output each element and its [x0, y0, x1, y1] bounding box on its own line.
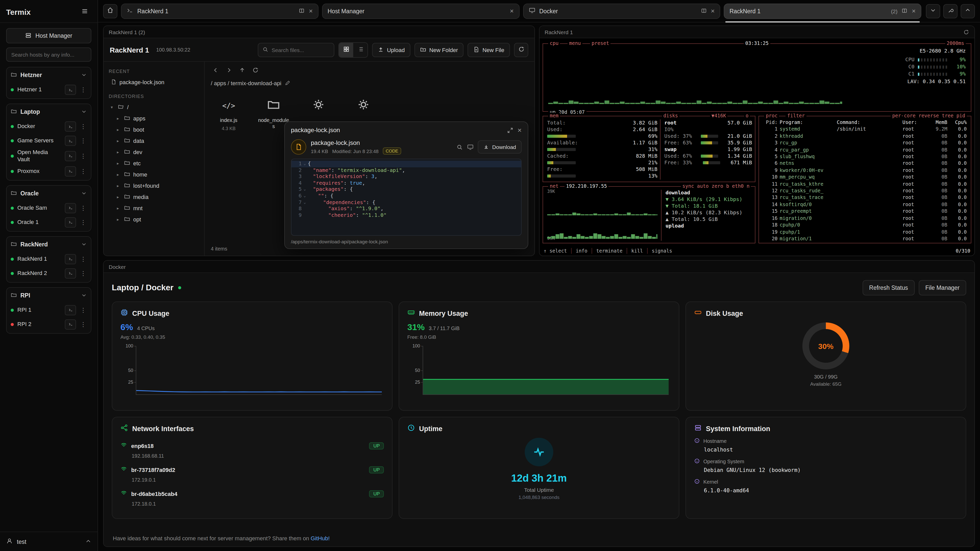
tab-racknerd-1-0[interactable]: RackNerd 1 × — [121, 3, 318, 19]
sidebar-collapse-button[interactable] — [78, 5, 91, 18]
host-item-racknerd-2[interactable]: RackNerd 2 ⋮ — [6, 266, 91, 280]
open-in-editor-icon[interactable] — [467, 144, 474, 150]
interface-row-enp6s18[interactable]: enp6s18 UP 192.168.68.11 — [121, 438, 384, 462]
disks-io-toggle[interactable]: o — [744, 113, 750, 118]
connect-terminal-button[interactable] — [65, 121, 76, 132]
tabs-overflow-button[interactable] — [926, 4, 940, 18]
tab-racknerd-1-3[interactable]: RackNerd 1 (2) × — [724, 3, 921, 19]
chevron-down-icon[interactable] — [81, 70, 87, 79]
tree-dir-dev[interactable]: ▸ dev — [115, 146, 199, 158]
tree-dir-lost-found[interactable]: ▸ lost+found — [115, 180, 199, 191]
new-folder-button[interactable]: New Folder — [414, 43, 464, 57]
expand-modal-icon[interactable] — [507, 127, 514, 133]
close-tab-icon[interactable]: × — [309, 8, 313, 14]
chevron-down-icon[interactable] — [81, 291, 87, 300]
refresh-status-button[interactable]: Refresh Status — [862, 280, 915, 295]
forward-button[interactable] — [223, 64, 234, 76]
more-options-icon[interactable]: ⋮ — [80, 321, 87, 328]
host-item-proxmox[interactable]: Proxmox ⋮ — [6, 164, 91, 178]
tree-dir-apps[interactable]: ▸ apps — [115, 113, 199, 124]
new-file-button[interactable]: New File — [468, 43, 510, 57]
connect-terminal-button[interactable] — [65, 305, 76, 315]
tree-dir-etc[interactable]: ▸ etc — [115, 158, 199, 169]
file-search-input[interactable] — [272, 47, 330, 53]
chevron-up-icon[interactable] — [85, 537, 91, 546]
btop-action-kill[interactable]: kill — [632, 248, 643, 254]
chevron-down-icon[interactable] — [81, 189, 87, 198]
file-item-index-js[interactable]: </> index.js 4.3 KB — [213, 97, 245, 131]
interface-row-br-d6abe1b5cab4[interactable]: br-d6abe1b5cab4 UP 172.18.0.1 — [121, 486, 384, 510]
connect-terminal-button[interactable] — [65, 85, 76, 95]
list-view-button[interactable] — [353, 43, 368, 57]
host-item-rpi-2[interactable]: RPI 2 ⋮ — [6, 317, 91, 331]
btop-action-signals[interactable]: signals — [652, 248, 672, 254]
more-options-icon[interactable]: ⋮ — [80, 123, 87, 130]
proc-filter-button[interactable]: filter — [786, 113, 807, 118]
tree-root[interactable]: ▾ / — [109, 102, 199, 113]
breadcrumb[interactable]: / apps / termix-download-api — [205, 77, 535, 89]
btop-action-info[interactable]: info — [576, 248, 587, 254]
more-options-icon[interactable]: ⋮ — [80, 86, 87, 94]
tree-dir-data[interactable]: ▸ data — [115, 135, 199, 146]
tree-dir-home[interactable]: ▸ home — [115, 169, 199, 180]
split-view-icon[interactable] — [902, 6, 908, 16]
collapse-tabbar-button[interactable] — [961, 4, 975, 18]
more-options-icon[interactable]: ⋮ — [80, 168, 87, 175]
github-link[interactable]: GitHub! — [310, 535, 330, 541]
download-button[interactable]: Download — [478, 140, 522, 154]
chevron-down-icon[interactable] — [81, 240, 87, 249]
chevron-right-icon[interactable]: ▸ — [117, 217, 121, 222]
reconnect-terminal-icon[interactable] — [963, 29, 969, 35]
chevron-right-icon[interactable]: ▸ — [117, 127, 121, 132]
interface-row-br-73718f7a09d2[interactable]: br-73718f7a09d2 UP 172.19.0.1 — [121, 462, 384, 486]
tab-docker-2[interactable]: Docker × — [523, 3, 721, 19]
chevron-right-icon[interactable]: ▸ — [117, 172, 121, 177]
host-item-game-servers[interactable]: Game Servers ⋮ — [6, 134, 91, 148]
grid-view-button[interactable] — [339, 43, 353, 57]
btop-cpu-menu[interactable]: cpu — [548, 40, 560, 46]
host-group-header[interactable]: Hetzner — [6, 67, 91, 83]
host-group-header[interactable]: Laptop — [6, 104, 91, 119]
connect-terminal-button[interactable] — [65, 166, 76, 176]
btop-action-select[interactable]: select — [549, 248, 567, 254]
host-manager-button[interactable]: Host Manager — [6, 28, 91, 43]
chevron-right-icon[interactable]: ▸ — [117, 138, 121, 143]
terminal-screen[interactable]: cpu menu preset 03:31:25 2000ms ▁▂▁▁▃▂▁▁… — [539, 38, 974, 256]
chevron-right-icon[interactable]: ▸ — [117, 116, 121, 121]
more-options-icon[interactable]: ⋮ — [80, 270, 87, 277]
chevron-right-icon[interactable]: ▸ — [117, 161, 121, 165]
host-search-input[interactable] — [6, 48, 91, 62]
split-view-icon[interactable] — [299, 6, 305, 16]
tab-host-manager-1[interactable]: Host Manager × — [322, 3, 520, 19]
admin-settings-button[interactable] — [943, 4, 958, 18]
btop-menu-button[interactable]: menu — [568, 40, 582, 46]
edit-path-icon[interactable] — [285, 80, 290, 86]
connect-terminal-button[interactable] — [65, 151, 76, 161]
process-table[interactable]: Pid:Program:Command:User:MemBCpu%1system… — [759, 116, 971, 242]
file-manager-open-button[interactable]: File Manager — [919, 280, 966, 295]
more-options-icon[interactable]: ⋮ — [80, 306, 87, 313]
chevron-right-icon[interactable]: ▸ — [117, 195, 121, 199]
host-item-open-media-vault[interactable]: Open Media Vault ⋮ — [6, 148, 91, 164]
recent-file-package-lock-json[interactable]: package-lock.json — [109, 76, 199, 88]
chevron-right-icon[interactable]: ▸ — [117, 206, 121, 210]
host-group-header[interactable]: RPI — [6, 287, 91, 303]
connect-terminal-button[interactable] — [65, 319, 76, 329]
more-options-icon[interactable]: ⋮ — [80, 137, 87, 144]
btop-preset-button[interactable]: preset — [590, 40, 611, 46]
connect-terminal-button[interactable] — [65, 268, 76, 278]
refresh-files-button[interactable] — [514, 43, 528, 57]
host-group-header[interactable]: Oracle — [6, 186, 91, 201]
chevron-right-icon[interactable]: ▸ — [117, 150, 121, 154]
more-options-icon[interactable]: ⋮ — [80, 256, 87, 262]
chevron-down-icon[interactable] — [81, 107, 87, 116]
close-tab-icon[interactable]: × — [510, 8, 514, 14]
host-item-oracle-1[interactable]: Oracle 1 ⋮ — [6, 215, 91, 229]
more-options-icon[interactable]: ⋮ — [80, 152, 87, 160]
close-tab-icon[interactable]: × — [711, 8, 714, 14]
close-tab-icon[interactable]: × — [912, 8, 916, 14]
up-directory-button[interactable] — [236, 64, 248, 76]
proc-menus[interactable]: per-core reverse tree pid — [891, 113, 967, 118]
btop-action-terminate[interactable]: terminate — [596, 248, 622, 254]
more-options-icon[interactable]: ⋮ — [80, 204, 87, 211]
